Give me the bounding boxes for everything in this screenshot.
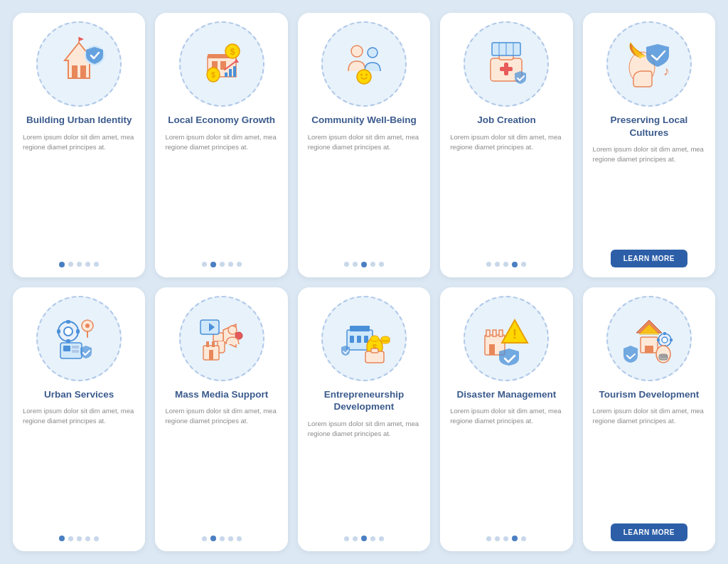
svg-rect-50 [206,341,209,347]
svg-rect-57 [357,336,361,343]
svg-text:$: $ [211,71,215,79]
card-title: Urban Services [44,388,114,401]
card-title: Job Creation [477,114,536,127]
card-title: Tourism Development [599,388,699,401]
icon-tourism-development [606,296,692,381]
svg-rect-83 [670,339,673,341]
dot [353,262,358,267]
icon-urban-services [36,296,122,381]
dot [512,536,518,541]
dot [353,536,358,541]
svg-marker-5 [79,37,84,41]
dot [77,262,82,267]
svg-rect-55 [350,326,370,331]
icon-building-urban-identity [36,21,122,107]
dot [228,536,233,541]
svg-rect-1 [72,65,77,78]
card-dots [344,262,384,267]
svg-text:♪: ♪ [663,64,670,78]
dot [361,536,367,541]
dot [220,262,225,267]
card-dots [59,262,99,267]
dot [77,536,82,541]
card-title: Local Economy Growth [168,114,275,127]
card-body: Lorem ipsum dolor sit dim amet, mea regi… [165,132,277,256]
svg-point-53 [228,326,237,334]
learn-more-button-2[interactable]: LEARN MORE [611,523,687,541]
card-title: Entrepreneurship Development [308,388,420,413]
card-dots [344,536,384,541]
svg-point-20 [357,70,371,84]
card-title: Mass Media Support [175,388,268,401]
dot [210,536,216,541]
icon-local-economy-growth: $ $ [179,21,264,107]
dot [220,536,225,541]
dot [370,536,375,541]
dot [94,536,99,541]
svg-rect-35 [66,320,70,324]
card-dots [202,262,242,267]
card-disaster-management: ! Disaster Management Lorem ipsum dolor … [440,287,572,552]
svg-point-19 [368,48,378,58]
svg-rect-70 [499,330,503,336]
dot [379,536,384,541]
card-body: Lorem ipsum dolor sit dim amet, mea regi… [23,132,135,256]
card-tourism-development: Tourism Development Lorem ipsum dolor si… [583,287,715,552]
dot [512,262,518,267]
dot [503,262,508,267]
dot [85,536,90,541]
svg-rect-51 [212,341,215,347]
svg-point-22 [365,74,368,76]
icon-preserving-local-cultures: ♪ [606,21,692,107]
dot [344,536,349,541]
dot [503,536,508,541]
dot [361,262,367,267]
card-preserving-local-cultures: ♪ Preserving Local Cultures Lorem ipsum … [583,13,715,277]
svg-point-79 [662,337,668,343]
card-job-creation: Job Creation Lorem ipsum dolor sit dim a… [440,13,572,277]
svg-rect-56 [350,336,354,343]
dot [486,262,491,267]
cards-grid: Building Urban Identity Lorem ipsum dolo… [0,0,728,564]
dot [370,262,375,267]
dot [228,262,233,267]
svg-rect-68 [486,330,490,336]
svg-rect-43 [72,346,79,348]
card-body: Lorem ipsum dolor sit dim amet, mea regi… [165,406,277,530]
svg-rect-44 [72,350,79,353]
svg-rect-15 [229,69,232,77]
dot [68,536,73,541]
svg-rect-52 [209,350,213,360]
svg-rect-26 [500,67,513,71]
svg-point-40 [85,324,90,328]
card-mass-media-support: Mass Media Support Lorem ipsum dolor sit… [155,287,287,552]
dot [495,536,500,541]
icon-disaster-management: ! [464,296,549,381]
dot [59,262,65,267]
svg-rect-80 [663,332,666,335]
svg-rect-2 [80,65,86,78]
card-local-economy-growth: $ $ Local Economy Growth Lorem ipsum dol… [155,13,287,277]
svg-rect-58 [364,336,368,343]
svg-text:!: ! [513,327,517,341]
dot [85,262,90,267]
dot [68,262,73,267]
dot [237,262,242,267]
card-body: Lorem ipsum dolor sit dim amet, mea regi… [450,406,562,530]
card-urban-services: Urban Services Lorem ipsum dolor sit dim… [13,287,145,552]
card-body: Lorem ipsum dolor sit dim amet, mea regi… [593,406,705,518]
svg-point-61 [370,336,379,341]
card-dots [202,536,242,541]
dot [344,262,349,267]
card-title: Preserving Local Cultures [593,114,705,139]
svg-rect-71 [489,344,495,355]
dot [59,536,65,541]
card-building-urban-identity: Building Urban Identity Lorem ipsum dolo… [13,13,145,277]
dot [202,536,207,541]
svg-rect-37 [57,329,60,334]
learn-more-button[interactable]: LEARN MORE [611,250,687,267]
dot [486,536,491,541]
svg-rect-16 [233,66,236,77]
card-title: Building Urban Identity [26,114,132,127]
svg-text:$: $ [230,47,235,57]
